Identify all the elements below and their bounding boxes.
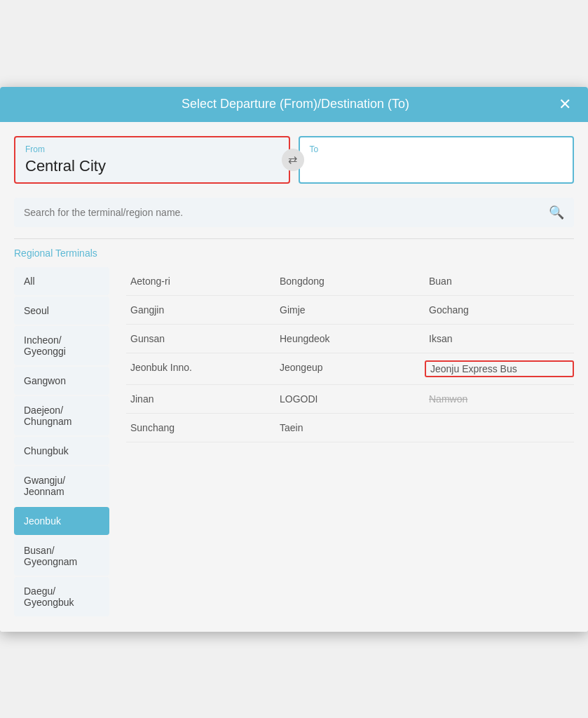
- sidebar-item-seoul[interactable]: Seoul: [14, 297, 109, 325]
- modal-body: From Central City ⇄ To 🔍 Regional Termin…: [0, 122, 588, 632]
- terminal-cell[interactable]: Sunchang: [126, 421, 275, 435]
- sidebar-item-gwangju-jeonnam[interactable]: Gwangju/ Jeonnam: [14, 466, 109, 506]
- search-input[interactable]: [24, 207, 549, 218]
- table-row: Jeonbuk Inno.JeongeupJeonju Express Bus: [126, 353, 574, 385]
- modal-container: Select Departure (From)/Destination (To)…: [0, 87, 588, 632]
- terminal-cell[interactable]: Buan: [425, 274, 574, 288]
- table-row: JinanLOGODINamwon: [126, 385, 574, 414]
- terminal-cell[interactable]: Jeongeup: [275, 360, 425, 377]
- from-to-row: From Central City ⇄ To: [14, 136, 574, 184]
- table-row: GunsanHeungdeokIksan: [126, 325, 574, 353]
- region-sidebar: AllSeoulIncheon/ GyeonggiGangwonDaejeon/…: [14, 267, 112, 618]
- content-area: AllSeoulIncheon/ GyeonggiGangwonDaejeon/…: [14, 267, 574, 618]
- terminal-cell[interactable]: Jinan: [126, 392, 275, 406]
- sidebar-item-incheon-gyeonggi[interactable]: Incheon/ Gyeonggi: [14, 326, 109, 365]
- from-label: From: [25, 144, 279, 154]
- sidebar-item-daegu-gyeongbuk[interactable]: Daegu/ Gyeongbuk: [14, 577, 109, 616]
- sidebar-item-busan-gyeongnam[interactable]: Busan/ Gyeongnam: [14, 536, 109, 576]
- sidebar-item-gangwon[interactable]: Gangwon: [14, 367, 109, 395]
- sidebar-item-chungbuk[interactable]: Chungbuk: [14, 437, 109, 465]
- terminal-cell[interactable]: LOGODI: [275, 392, 425, 406]
- terminal-cell[interactable]: Heungdeok: [275, 332, 425, 346]
- to-label: To: [310, 144, 563, 154]
- search-row: 🔍: [14, 198, 574, 227]
- swap-button[interactable]: ⇄: [282, 149, 304, 171]
- search-icon: 🔍: [549, 205, 564, 220]
- modal-title: Select Departure (From)/Destination (To): [35, 97, 556, 111]
- sidebar-item-all[interactable]: All: [14, 267, 109, 295]
- divider: [14, 238, 574, 239]
- terminal-cell[interactable]: Namwon: [425, 392, 574, 406]
- terminal-cell[interactable]: Iksan: [425, 332, 574, 346]
- close-button[interactable]: ✕: [556, 97, 574, 112]
- terminal-cell[interactable]: Jeonbuk Inno.: [126, 360, 275, 377]
- terminal-cell[interactable]: Jeonju Express Bus: [425, 360, 574, 377]
- terminal-cell[interactable]: Aetong-ri: [126, 274, 275, 288]
- modal-header: Select Departure (From)/Destination (To)…: [0, 87, 588, 122]
- terminal-cell[interactable]: Bongdong: [275, 274, 425, 288]
- to-field[interactable]: To: [299, 136, 575, 184]
- terminal-cell[interactable]: Gochang: [425, 303, 574, 317]
- section-label: Regional Terminals: [14, 248, 574, 259]
- table-row: SunchangTaein: [126, 414, 574, 442]
- terminals-grid: Aetong-riBongdongBuanGangjinGimjeGochang…: [112, 267, 574, 618]
- sidebar-item-daejeon-chungnam[interactable]: Daejeon/ Chungnam: [14, 396, 109, 435]
- terminal-cell[interactable]: Taein: [275, 421, 425, 435]
- from-value: Central City: [25, 157, 279, 175]
- sidebar-item-jeonbuk[interactable]: Jeonbuk: [14, 507, 109, 535]
- terminal-cell[interactable]: Gimje: [275, 303, 425, 317]
- terminal-cell[interactable]: Gangjin: [126, 303, 275, 317]
- terminal-cell[interactable]: Gunsan: [126, 332, 275, 346]
- terminal-cell[interactable]: [425, 421, 574, 435]
- from-field[interactable]: From Central City ⇄: [14, 136, 290, 184]
- table-row: GangjinGimjeGochang: [126, 296, 574, 325]
- table-row: Aetong-riBongdongBuan: [126, 267, 574, 296]
